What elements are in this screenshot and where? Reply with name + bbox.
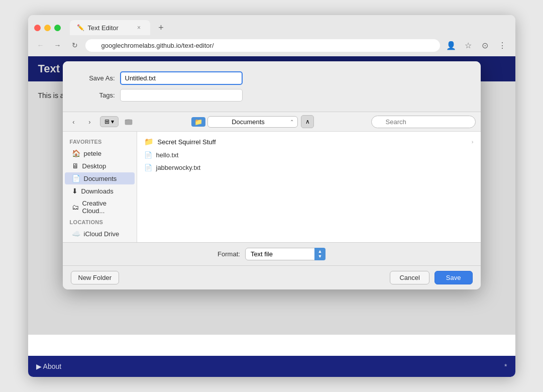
documents-icon: 📄 — [72, 174, 80, 182]
sidebar-item-icloud[interactable]: ☁️ iCloud Drive — [65, 228, 135, 240]
tab-row: ✏️ Text Editor × + — [34, 20, 509, 35]
tags-row: Tags: — [75, 89, 469, 102]
save-as-input[interactable] — [120, 71, 243, 85]
title-bar: ✏️ Text Editor × + — [28, 15, 515, 35]
dialog-top: Save As: Tags: — [63, 61, 481, 112]
dialog-forward-button[interactable]: › — [84, 116, 96, 128]
cloud-folder-icon: 🗂 — [72, 203, 79, 211]
favorites-label: Favorites — [63, 137, 137, 147]
window-controls — [34, 25, 61, 31]
minimize-button[interactable] — [44, 25, 51, 31]
maximize-button[interactable] — [54, 25, 61, 31]
tags-label: Tags: — [75, 91, 115, 99]
profile-button[interactable]: ⊙ — [478, 38, 492, 52]
file-item-hello[interactable]: 📄 hello.txt — [137, 149, 481, 161]
save-dialog: Save As: Tags: ‹ › ⊞ — [63, 61, 481, 289]
sidebar-item-label: Creative Cloud... — [82, 200, 128, 215]
address-bar: ← → ↻ 🔒 👤 ☆ ⊙ ⋮ — [28, 35, 515, 56]
save-as-row: Save As: — [75, 71, 469, 85]
browser-tab[interactable]: ✏️ Text Editor × — [70, 20, 150, 35]
tab-icon: ✏️ — [77, 24, 84, 31]
search-wrapper — [371, 116, 476, 128]
about-toggle[interactable]: ▶ About — [36, 362, 62, 370]
tab-title: Text Editor — [88, 24, 119, 32]
folder-select-wrap: 📁 Documents ∧ — [139, 115, 367, 128]
location-dropdown[interactable]: Documents — [207, 116, 298, 128]
sidebar: Favorites 🏠 petele 🖥 Desktop 📄 — [63, 132, 137, 242]
bookmark-button[interactable]: ☆ — [461, 38, 475, 52]
desktop-icon: 🖥 — [72, 162, 79, 170]
address-wrap: 🔒 — [85, 39, 440, 52]
file-item-jabberwocky[interactable]: 📄 jabberwocky.txt — [137, 161, 481, 174]
chevron-right-icon: › — [472, 139, 474, 145]
dialog-body: Favorites 🏠 petele 🖥 Desktop 📄 — [63, 132, 481, 242]
dialog-format: Format: Text file HTML file Markdown ▲ ▼ — [63, 242, 481, 265]
text-file-icon: 📄 — [144, 151, 152, 159]
dialog-bottom: New Folder Cancel Save — [63, 265, 481, 289]
expand-button[interactable]: ∧ — [301, 115, 314, 128]
home-icon: 🏠 — [72, 149, 80, 157]
refresh-button[interactable]: ↻ — [68, 39, 81, 52]
view-toggle-button[interactable]: ⊞ ▾ — [100, 116, 119, 127]
menu-button[interactable]: ⋮ — [495, 38, 509, 52]
dialog-browser: ‹ › ⊞ ▾ — [63, 112, 481, 242]
sidebar-item-label: Documents — [84, 175, 117, 182]
text-file-icon: 📄 — [144, 164, 152, 171]
sidebar-item-label: Downloads — [81, 187, 114, 195]
file-name: hello.txt — [156, 151, 179, 159]
sidebar-item-label: Desktop — [82, 162, 106, 170]
new-tab-button[interactable]: + — [154, 21, 168, 35]
tab-close-button[interactable]: × — [135, 24, 143, 32]
dialog-action-buttons: Cancel Save — [390, 271, 472, 284]
file-list: 📁 Secret Squirrel Stuff › 📄 hello.txt 📄 … — [137, 132, 481, 242]
sidebar-item-creative-cloud[interactable]: 🗂 Creative Cloud... — [65, 198, 135, 217]
forward-button[interactable]: → — [51, 39, 64, 52]
file-item-secret-squirrel[interactable]: 📁 Secret Squirrel Stuff › — [137, 135, 481, 149]
back-button[interactable]: ← — [34, 39, 47, 52]
sidebar-item-label: petele — [84, 150, 101, 157]
sidebar-item-petele[interactable]: 🏠 petele — [65, 147, 135, 159]
cancel-button[interactable]: Cancel — [390, 271, 429, 284]
file-name: Secret Squirrel Stuff — [158, 138, 216, 146]
account-button[interactable]: 👤 — [444, 38, 458, 52]
sidebar-item-documents[interactable]: 📄 Documents — [65, 172, 135, 184]
sidebar-item-label: iCloud Drive — [84, 230, 120, 238]
new-folder-toolbar-button[interactable] — [123, 116, 135, 128]
tags-input[interactable] — [120, 89, 243, 102]
search-input[interactable] — [371, 116, 476, 128]
downloads-icon: ⬇ — [72, 187, 78, 195]
folder-select-wrapper: 📁 Documents — [191, 115, 298, 128]
locations-label: Locations — [63, 217, 137, 227]
save-as-label: Save As: — [75, 74, 115, 82]
dialog-back-button[interactable]: ‹ — [68, 116, 80, 128]
address-input[interactable] — [85, 39, 440, 52]
unsaved-indicator: * — [504, 362, 507, 370]
dialog-overlay: Save As: Tags: ‹ › ⊞ — [28, 56, 515, 335]
bottom-bar: ▶ About * — [28, 356, 515, 377]
format-select-wrapper: Text file HTML file Markdown ▲ ▼ — [245, 248, 325, 260]
folder-icon: 📁 — [144, 137, 154, 146]
sidebar-item-desktop[interactable]: 🖥 Desktop — [65, 160, 135, 172]
file-name: jabberwocky.txt — [156, 164, 201, 171]
icloud-icon: ☁️ — [72, 230, 80, 238]
view-arrow-icon: ▾ — [111, 118, 114, 125]
format-label: Format: — [218, 250, 240, 258]
address-actions: 👤 ☆ ⊙ ⋮ — [444, 38, 509, 52]
browser-content: Text File This is a n Save As: Tags: — [28, 56, 515, 356]
new-folder-button[interactable]: New Folder — [71, 271, 119, 284]
view-icon: ⊞ — [104, 118, 110, 125]
save-button[interactable]: Save — [435, 271, 473, 284]
browser-window: ✏️ Text Editor × + ← → ↻ 🔒 👤 ☆ ⊙ ⋮ Text … — [28, 15, 515, 377]
dialog-toolbar: ‹ › ⊞ ▾ — [63, 112, 481, 132]
format-select[interactable]: Text file HTML file Markdown — [245, 248, 325, 260]
close-button[interactable] — [34, 25, 41, 31]
sidebar-item-downloads[interactable]: ⬇ Downloads — [65, 185, 135, 197]
